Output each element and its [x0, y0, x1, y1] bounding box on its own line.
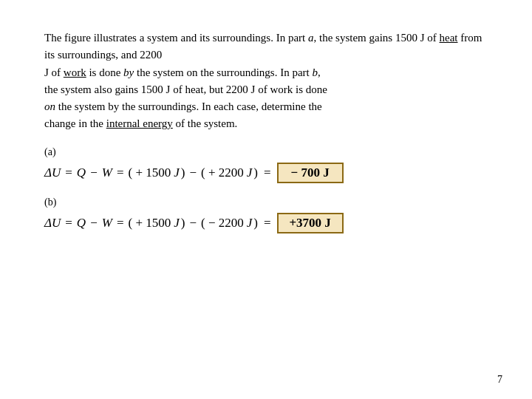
q-sym-a: Q: [77, 166, 86, 180]
eq-sym-b1: =: [65, 216, 72, 231]
w-sym-a: W: [102, 166, 112, 180]
equation-b: ΔU = Q − W = ( + 1500 J ) − ( − 2200 J )…: [44, 213, 488, 233]
eq-sym-a2: −: [90, 166, 98, 180]
delta-u-b: ΔU: [44, 216, 61, 231]
section-a-label: (a): [44, 146, 488, 158]
eq-sym-a3: =: [117, 166, 124, 180]
result-b: +3700 J: [277, 213, 344, 233]
page-number: 7: [497, 374, 502, 386]
text-part6: is done: [86, 66, 123, 78]
eq-sym-b3: =: [117, 216, 124, 231]
paren-b1: ): [181, 216, 185, 231]
paren-a2: ): [253, 166, 258, 180]
j-a1: J: [174, 166, 180, 180]
paren-a1: ): [181, 166, 185, 180]
text-part7: the system on the surroundings. In part: [134, 66, 312, 78]
term-a2: ( + 2200: [201, 166, 244, 180]
paren-b2: ): [253, 216, 258, 231]
j-b2: J: [247, 216, 253, 231]
text-part1: The figure illustrates a system and its …: [44, 32, 308, 44]
eq-sym-a1: =: [65, 166, 72, 180]
text-part9: the system also gains 1500 J of heat, bu…: [44, 83, 327, 95]
heat-link: heat: [440, 32, 458, 44]
section-b-label: (b): [44, 197, 488, 208]
text-part11: change in the: [44, 117, 106, 129]
italic-by: by: [123, 66, 134, 78]
delta-u-a: ΔU: [44, 166, 61, 180]
result-a: − 700 J: [277, 163, 344, 183]
internal-energy-link: internal energy: [106, 117, 173, 129]
eq-sym-b2: −: [90, 216, 98, 231]
eq-sym-a4: −: [189, 166, 197, 180]
problem-text: The figure illustrates a system and its …: [44, 30, 488, 133]
w-sym-b: W: [102, 216, 112, 231]
term-b2: ( − 2200: [201, 216, 244, 231]
page: The figure illustrates a system and its …: [0, 0, 532, 399]
work-link: work: [64, 66, 86, 78]
italic-b: b: [312, 66, 318, 78]
text-part5: J of: [44, 66, 64, 78]
italic-a: a: [308, 32, 314, 44]
eq-sym-b5: =: [264, 216, 271, 231]
term-b1: ( + 1500: [129, 216, 171, 231]
eq-sym-b4: −: [189, 216, 197, 231]
equation-a: ΔU = Q − W = ( + 1500 J ) − ( + 2200 J )…: [44, 163, 488, 183]
italic-on: on: [44, 100, 55, 112]
eq-sym-a5: =: [264, 166, 271, 180]
text-part10: the system by the surroundings. In each …: [55, 100, 322, 112]
q-sym-b: Q: [77, 216, 86, 231]
j-a2: J: [247, 166, 253, 180]
text-part12: of the system.: [173, 117, 238, 129]
text-part3: the system gains 1500 J of: [316, 32, 439, 44]
term-a1: ( + 1500: [129, 166, 171, 180]
j-b1: J: [174, 216, 180, 231]
text-part8: ,: [318, 66, 321, 78]
